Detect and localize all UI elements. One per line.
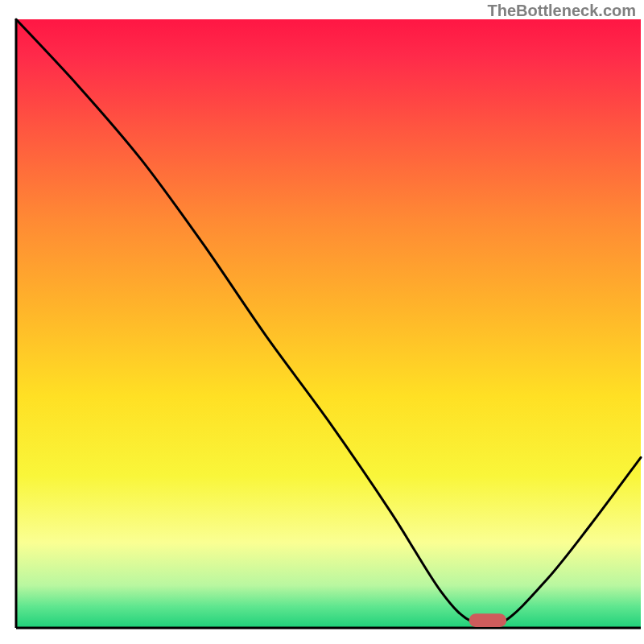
chart-container: TheBottleneck.com — [0, 0, 644, 644]
optimal-marker — [469, 613, 507, 627]
bottleneck-chart-svg — [0, 0, 644, 644]
plot-background — [16, 19, 641, 628]
watermark-text: TheBottleneck.com — [488, 2, 636, 20]
